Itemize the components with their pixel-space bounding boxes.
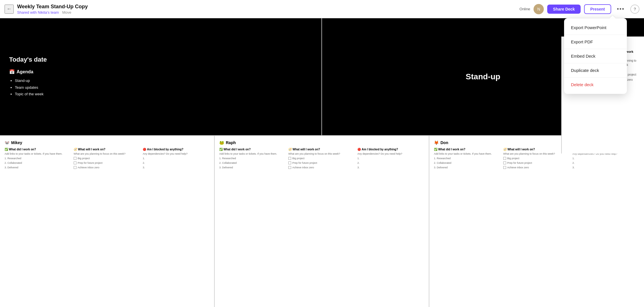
mikey-col1: ✅ What did I work on? Add links to your …: [5, 148, 71, 170]
raph-columns: ✅ What did I work on? Add links to your …: [219, 148, 424, 170]
raph-name: 🐸 Raph: [219, 140, 424, 145]
mikey-col2-icon: 🧭: [74, 148, 77, 151]
slide-agenda: Today's date 📅 Agenda Stand-up Team upda…: [0, 18, 322, 135]
mikey-name-text: Mikey: [11, 140, 22, 145]
mikey-col2-title: 🧭 What will I work on?: [74, 148, 140, 151]
online-badge: Online: [520, 7, 530, 11]
slide-area: Today's date 📅 Agenda Stand-up Team upda…: [0, 18, 644, 307]
mikey-col1-icon: ✅: [5, 148, 8, 151]
mikey-col3-body: Any dependencies? Do you need help?: [143, 152, 210, 156]
standup-text: Stand-up: [466, 72, 500, 81]
mikey-col3-items: 1. 2. 3.: [143, 156, 210, 170]
agenda-icon: 📅: [9, 69, 15, 74]
mikey-col3: 🔴 Am I blocked by anything? Any dependen…: [143, 148, 210, 170]
don-col2: 🧭 What will I work on? What are you plan…: [503, 148, 570, 170]
more-options-button[interactable]: •••: [615, 5, 627, 13]
help-button[interactable]: ?: [630, 5, 639, 14]
back-button[interactable]: ←: [5, 5, 14, 14]
shared-with-label: Shared with Nikita's team: [17, 10, 59, 15]
mikey-col1-title: ✅ What did I work on?: [5, 148, 71, 151]
mikey-inner: 🐭 Mikey ✅ What did I work on? Add links …: [0, 136, 214, 174]
raph-name-text: Raph: [226, 140, 236, 145]
raph-col1-title: ✅ What did I work on?: [219, 148, 286, 151]
mikey-col3-icon: 🔴: [143, 148, 146, 151]
share-deck-button[interactable]: Share Deck: [547, 5, 580, 14]
agenda-title: 📅 Agenda: [9, 69, 312, 74]
don-col1: ✅ What did I work on? Add links to your …: [434, 148, 501, 170]
mikey-col3-title: 🔴 Am I blocked by anything?: [143, 148, 210, 151]
mikey-col2-body: What are you planning to focus on this w…: [74, 152, 140, 156]
avatar: N: [534, 4, 544, 14]
dropdown-arrow: [610, 15, 615, 18]
dropdown-menu: Export PowerPoint Export PDF Embed Deck …: [564, 18, 627, 94]
agenda-title-text: Agenda: [17, 69, 33, 74]
deck-title: Weekly Team Stand-Up Copy: [17, 4, 520, 10]
mikey-col2: 🧭 What will I work on? What are you plan…: [74, 148, 140, 170]
export-pdf-item[interactable]: Export PDF: [564, 35, 627, 49]
raph-icon: 🐸: [219, 140, 224, 145]
raph-col3: 🔴 Am I blocked by anything? Any dependen…: [357, 148, 424, 170]
slide-mikey: 🐭 Mikey ✅ What did I work on? Add links …: [0, 136, 215, 307]
raph-inner: 🐸 Raph ✅ What did I work on? Add links t…: [215, 136, 429, 174]
export-ppt-item[interactable]: Export PowerPoint: [564, 21, 627, 35]
mikey-col2-checkboxes: Big project Prep for future project Achi…: [74, 156, 140, 170]
mikey-columns: ✅ What did I work on? Add links to your …: [5, 148, 210, 170]
today-date-label: Today's date: [9, 56, 312, 63]
raph-col1: ✅ What did I work on? Add links to your …: [219, 148, 286, 170]
header-right: Online N Share Deck Present ••• ?: [520, 4, 639, 14]
don-name-text: Don: [440, 140, 448, 145]
move-link[interactable]: Move: [62, 10, 71, 15]
raph-col2: 🧭 What will I work on? What are you plan…: [288, 148, 355, 170]
title-area: Weekly Team Stand-Up Copy Shared with Ni…: [17, 4, 520, 15]
header: ← Weekly Team Stand-Up Copy Shared with …: [0, 0, 644, 18]
agenda-item-1: Stand-up: [15, 77, 312, 84]
mikey-name: 🐭 Mikey: [5, 140, 210, 145]
slide-raph: 🐸 Raph ✅ What did I work on? Add links t…: [215, 136, 429, 307]
slides-top-row: Today's date 📅 Agenda Stand-up Team upda…: [0, 18, 644, 135]
embed-deck-item[interactable]: Embed Deck: [564, 49, 627, 63]
don-icon: 🦊: [434, 140, 439, 145]
slide-don: 🦊 Don ✅ What did I work on? Add links to…: [429, 136, 644, 307]
agenda-item-2: Team updates: [15, 84, 312, 91]
agenda-item-3: Topic of the week: [15, 91, 312, 97]
mikey-icon: 🐭: [5, 140, 9, 145]
deck-subtitle: Shared with Nikita's team Move: [17, 10, 520, 15]
slides-bottom-row: 🐭 Mikey ✅ What did I work on? Add links …: [0, 135, 644, 307]
agenda-list: Stand-up Team updates Topic of the week: [9, 77, 312, 97]
present-button[interactable]: Present: [584, 4, 611, 14]
mikey-col1-body: Add links to your tasks or tickets. If y…: [5, 152, 71, 156]
delete-deck-item[interactable]: Delete deck: [564, 78, 627, 92]
mikey-col1-items: 1. Researched 2. Collaborated 3. Deliver…: [5, 156, 71, 170]
duplicate-deck-item[interactable]: Duplicate deck: [564, 63, 627, 78]
main-area: Today's date 📅 Agenda Stand-up Team upda…: [0, 18, 644, 307]
